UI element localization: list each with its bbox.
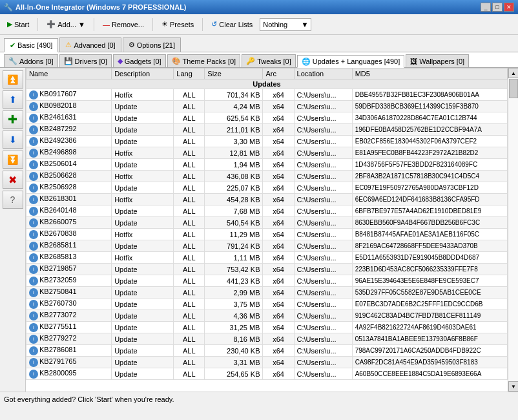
tab-advanced[interactable]: ⚠ Advanced [0] xyxy=(59,37,121,52)
table-row[interactable]: iKB2760730 Update ALL 3,75 MB x64 C:\Use… xyxy=(26,299,508,310)
table-row[interactable]: iKB2670838 Hotfix ALL 11,29 MB x64 C:\Us… xyxy=(26,229,508,240)
vertical-scrollbar: ▲ ▼ xyxy=(508,68,518,392)
table-row[interactable]: iKB2496898 Hotfix ALL 12,81 MB x64 C:\Us… xyxy=(26,147,508,159)
scrollbar-thumb[interactable] xyxy=(509,79,518,98)
tab-bar-level1: ✔ Basic [490] ⚠ Advanced [0] ⚙ Options [… xyxy=(0,35,518,52)
row-icon: i xyxy=(29,90,38,100)
tab-basic[interactable]: ✔ Basic [490] xyxy=(4,38,58,52)
separator-3 xyxy=(152,18,153,31)
table-scroll[interactable]: Name Description Lang Size Arc Location … xyxy=(26,68,508,392)
separator-4 xyxy=(202,18,203,31)
table-row[interactable]: iKB2786081 Update ALL 230,40 KB x64 C:\U… xyxy=(26,345,508,357)
separator-1 xyxy=(37,18,38,31)
move-up-button[interactable]: ⬆ xyxy=(3,90,23,109)
clear-icon: ↺ xyxy=(211,20,217,28)
start-button[interactable]: ▶ Start xyxy=(3,17,34,32)
tab-addons-icon: 🔧 xyxy=(8,57,17,65)
scrollbar-track[interactable] xyxy=(508,78,518,381)
table-row[interactable]: iKB2461631 Update ALL 625,54 KB x64 C:\U… xyxy=(26,112,508,124)
presets-button[interactable]: ☀ Presets xyxy=(157,17,198,32)
row-icon: i xyxy=(29,253,38,262)
status-bar: Got everything added? Click 'Start' when… xyxy=(0,392,518,406)
minimize-button[interactable]: _ xyxy=(481,3,491,12)
tab-drivers-icon: 💾 xyxy=(64,57,73,65)
table-row[interactable]: iKB2487292 Update ALL 211,01 KB x64 C:\U… xyxy=(26,124,508,136)
table-row[interactable]: iKB2506628 Hotfix ALL 436,08 KB x64 C:\U… xyxy=(26,171,508,182)
table-row[interactable]: iKB2800095 Update ALL 254,65 KB x64 C:\U… xyxy=(26,368,508,380)
row-icon: i xyxy=(29,102,38,111)
nothing-dropdown[interactable]: Nothing ▼ xyxy=(260,18,311,31)
col-header-location[interactable]: Location xyxy=(294,68,352,79)
move-down-button[interactable]: ⬇ xyxy=(3,131,23,149)
table-row[interactable]: iKB0982018 Update ALL 4,24 MB x64 C:\Use… xyxy=(26,101,508,112)
separator-2 xyxy=(94,18,94,31)
add-dropdown-icon: ▼ xyxy=(78,21,85,28)
table-row[interactable]: iKB2660075 Update ALL 540,54 KB x64 C:\U… xyxy=(26,217,508,229)
row-icon: i xyxy=(29,195,38,204)
tab-drivers[interactable]: 💾 Drivers [0] xyxy=(59,54,112,67)
table-row[interactable]: iKB2791765 Update ALL 3,31 MB x64 C:\Use… xyxy=(26,357,508,368)
tab-addons[interactable]: 🔧 Addons [0] xyxy=(4,54,58,67)
row-icon: i xyxy=(29,265,38,274)
table-row[interactable]: iKB2779272 Update ALL 8,16 MB x64 C:\Use… xyxy=(26,333,508,345)
presets-icon: ☀ xyxy=(161,20,168,28)
window-title: All-In-One Integrator (Windows 7 PROFESS… xyxy=(16,3,187,11)
move-top-button[interactable]: ⏫ xyxy=(3,70,23,89)
close-button[interactable]: ✕ xyxy=(504,3,514,12)
table-row[interactable]: iKB2618301 Hotfix ALL 454,28 KB x64 C:\U… xyxy=(26,194,508,205)
move-bottom-button[interactable]: ⏬ xyxy=(3,151,23,169)
add-icon: ➕ xyxy=(47,20,56,28)
col-header-lang[interactable]: Lang xyxy=(174,68,205,79)
table-row[interactable]: iKB2506928 Update ALL 225,07 KB x64 C:\U… xyxy=(26,182,508,194)
add-button[interactable]: ➕ Add... ▼ xyxy=(42,17,90,32)
table-area: Name Description Lang Size Arc Location … xyxy=(26,68,508,392)
row-icon: i xyxy=(29,370,38,379)
table-row[interactable]: iKB2506014 Update ALL 1,94 MB x64 C:\Use… xyxy=(26,159,508,171)
row-icon: i xyxy=(29,149,38,158)
table-row[interactable]: iKB2492386 Update ALL 3,30 MB x64 C:\Use… xyxy=(26,136,508,147)
row-icon: i xyxy=(29,335,38,344)
tab-basic-icon: ✔ xyxy=(10,41,16,50)
tab-tweaks-icon: 🔑 xyxy=(246,57,255,65)
row-icon: i xyxy=(29,346,38,355)
scroll-down-button[interactable]: ▼ xyxy=(508,381,518,392)
scroll-up-button[interactable]: ▲ xyxy=(508,68,518,78)
tab-wallpapers-icon: 🖼 xyxy=(410,58,417,65)
col-header-arc[interactable]: Arc xyxy=(263,68,294,79)
tab-updates-languages[interactable]: 🌐 Updates + Languages [490] xyxy=(297,55,404,68)
tab-theme-packs[interactable]: 🎨 Theme Packs [0] xyxy=(167,54,241,67)
tab-wallpapers[interactable]: 🖼 Wallpapers [0] xyxy=(406,54,469,67)
col-header-size[interactable]: Size xyxy=(205,68,263,79)
table-row[interactable]: iKB2773072 Update ALL 4,36 MB x64 C:\Use… xyxy=(26,310,508,322)
table-row[interactable]: iKB0917607 Hotfix ALL 701,34 KB x64 C:\U… xyxy=(26,89,508,101)
table-row[interactable]: iKB2775511 Update ALL 31,25 MB x64 C:\Us… xyxy=(26,322,508,333)
sidebar-buttons: ⏫ ⬆ ✚ ⬇ ⏬ ✖ ? xyxy=(0,68,26,392)
updates-table: Name Description Lang Size Arc Location … xyxy=(26,68,508,380)
clear-lists-button[interactable]: ↺ Clear Lists xyxy=(207,17,257,32)
app-icon: 🔧 xyxy=(4,3,13,12)
add-item-button[interactable]: ✚ xyxy=(3,110,23,129)
col-header-md5[interactable]: MD5 xyxy=(352,68,507,79)
table-row[interactable]: iKB2719857 Update ALL 753,42 KB x64 C:\U… xyxy=(26,264,508,275)
row-icon: i xyxy=(29,207,38,216)
row-icon: i xyxy=(29,218,38,227)
delete-button[interactable]: ✖ xyxy=(3,171,23,189)
remove-icon: — xyxy=(103,21,110,28)
row-icon: i xyxy=(29,300,38,309)
row-icon: i xyxy=(29,125,38,134)
maximize-button[interactable]: □ xyxy=(492,3,502,12)
main-content: ✔ Basic [490] ⚠ Advanced [0] ⚙ Options [… xyxy=(0,35,518,406)
remove-button[interactable]: — Remove... xyxy=(98,17,149,32)
tab-options[interactable]: ⚙ Options [21] xyxy=(123,37,181,52)
table-header-row: Name Description Lang Size Arc Location … xyxy=(26,68,508,79)
table-row[interactable]: iKB2685813 Hotfix ALL 1,11 MB x64 C:\Use… xyxy=(26,252,508,264)
col-header-desc[interactable]: Description xyxy=(112,68,174,79)
tab-gadgets[interactable]: ◆ Gadgets [0] xyxy=(113,54,166,67)
table-row[interactable]: iKB2750841 Update ALL 2,99 MB x64 C:\Use… xyxy=(26,287,508,299)
col-header-name[interactable]: Name xyxy=(26,68,112,79)
table-row[interactable]: iKB2685811 Update ALL 791,24 KB x64 C:\U… xyxy=(26,240,508,252)
help-button[interactable]: ? xyxy=(3,191,23,209)
table-row[interactable]: iKB2732059 Update ALL 441,23 KB x64 C:\U… xyxy=(26,275,508,287)
table-row[interactable]: iKB2640148 Update ALL 7,68 MB x64 C:\Use… xyxy=(26,205,508,217)
tab-tweaks[interactable]: 🔑 Tweaks [0] xyxy=(242,54,296,67)
